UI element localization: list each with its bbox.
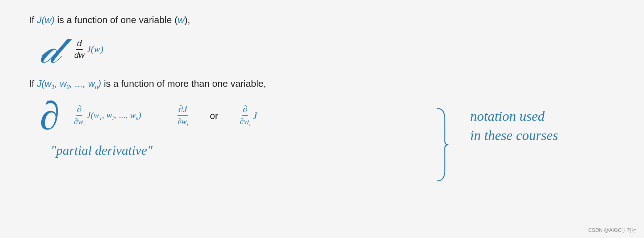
partial-fraction-full: ∂ ∂wi [74, 104, 84, 127]
short-frac-den-partial: ∂wi [240, 116, 250, 127]
J-w-single: J(w) [37, 14, 55, 25]
partial-frac-num: ∂ [76, 104, 83, 116]
cursive-partial-symbol: ∂ [40, 96, 59, 136]
w-var: w [177, 14, 184, 25]
partial-frac-den: ∂wi [74, 116, 84, 127]
cursive-d-symbol: 𝒹 [40, 29, 60, 69]
short-fraction-dJ: ∂J ∂wi [177, 104, 188, 127]
frac-denominator-dw: dw [74, 50, 84, 60]
or-text: or [210, 110, 218, 122]
multi-rest: is a function of more than one variable, [101, 78, 266, 89]
intro-single-rest: is a function of one variable ( [55, 14, 178, 25]
if-text: If [29, 14, 37, 25]
slide: If J(w) is a function of one variable (w… [0, 0, 644, 238]
short-fraction-partial: ∂ ∂wi [240, 104, 250, 127]
if-text2: If [29, 78, 37, 89]
partial-derivative-label: "partial derivative" [51, 143, 615, 158]
single-var-intro: If J(w) is a function of one variable (w… [29, 14, 615, 26]
single-fraction: d dw [74, 38, 84, 60]
J-multi-intro: J(w1, w2, ..., wn) [37, 78, 101, 89]
right-brace [434, 107, 452, 183]
J-alone: J [253, 110, 257, 122]
watermark: CSDN @AIGC学习社 [588, 227, 637, 234]
J-w-expr: J(w) [87, 44, 103, 55]
frac-numerator-d: d [76, 38, 82, 50]
notation-line2: in these courses [470, 126, 622, 145]
multi-var-intro: If J(w1, w2, ..., wn) is a function of m… [29, 78, 615, 90]
short-frac-num-dJ: ∂J [177, 104, 188, 116]
intro-single-end: ), [184, 14, 190, 25]
single-var-formula: 𝒹 d dw J(w) [40, 29, 615, 69]
short-frac-den-dJ: ∂wi [177, 116, 188, 127]
notation-line1: notation used [470, 107, 622, 126]
brace-svg [434, 105, 452, 184]
short-frac-num-partial: ∂ [242, 104, 248, 116]
right-annotation: notation used in these courses [470, 107, 622, 145]
J-multi-expr: J(w1, w2, ..., wn) [87, 110, 141, 122]
